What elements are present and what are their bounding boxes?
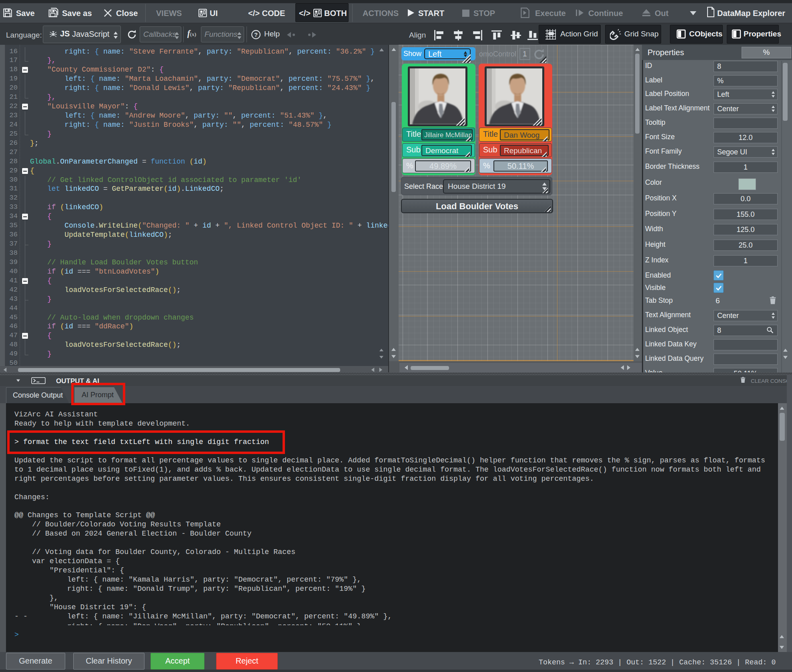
svg-text:?: ? — [254, 32, 258, 38]
